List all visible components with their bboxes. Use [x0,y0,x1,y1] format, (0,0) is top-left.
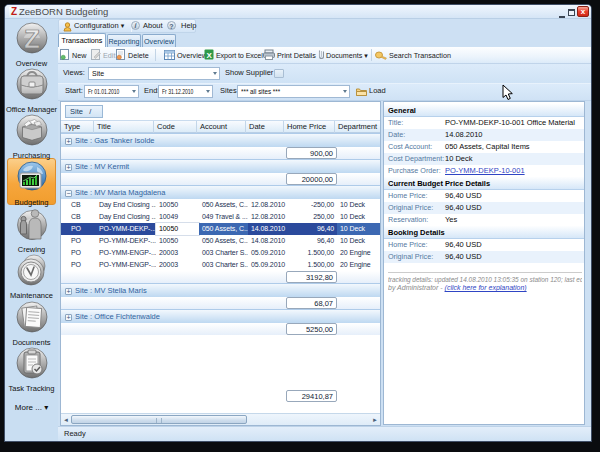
svg-text:X: X [206,51,212,60]
svg-text:Z: Z [24,24,40,54]
